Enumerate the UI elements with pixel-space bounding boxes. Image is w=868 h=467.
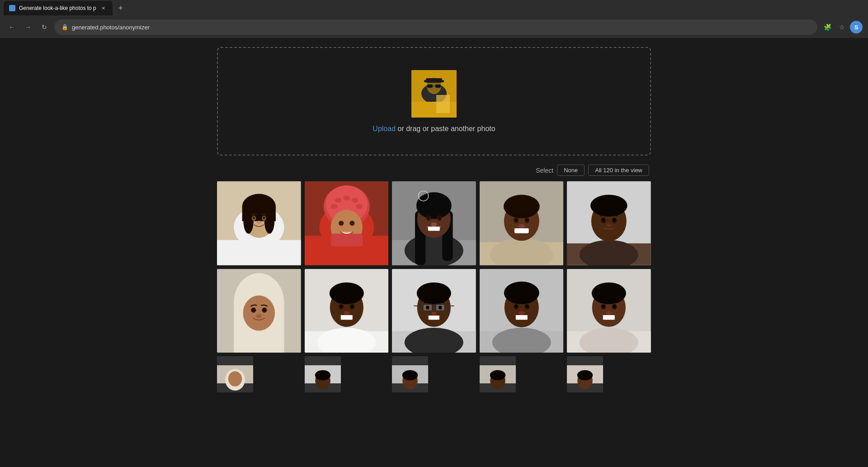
back-button[interactable]: ← xyxy=(5,21,18,33)
svg-point-58 xyxy=(514,218,518,222)
upload-zone[interactable]: Upload or drag or paste another photo xyxy=(217,47,651,156)
photo-item[interactable] xyxy=(217,181,301,265)
lock-icon: 🔒 xyxy=(61,24,68,30)
svg-point-30 xyxy=(352,198,359,203)
svg-point-66 xyxy=(590,195,627,217)
svg-point-110 xyxy=(504,281,539,304)
svg-point-136 xyxy=(402,370,418,380)
svg-point-124 xyxy=(602,304,605,307)
select-all-button[interactable]: All 120 in the view xyxy=(588,165,649,176)
gallery-controls: Select None All 120 in the view xyxy=(217,165,651,176)
svg-point-125 xyxy=(613,304,616,307)
svg-point-16 xyxy=(243,208,253,234)
svg-point-35 xyxy=(349,221,354,226)
svg-rect-4 xyxy=(424,80,444,82)
svg-point-102 xyxy=(426,306,429,309)
svg-rect-9 xyxy=(436,95,450,113)
svg-point-20 xyxy=(253,216,255,219)
svg-point-46 xyxy=(427,216,430,219)
svg-rect-104 xyxy=(429,316,439,320)
svg-point-70 xyxy=(613,218,616,222)
svg-point-22 xyxy=(256,221,261,224)
upload-link[interactable]: Upload xyxy=(373,125,396,132)
photo-item[interactable] xyxy=(480,181,564,265)
address-bar-row: ← → ↻ 🔒 generated.photos/anonymizer 🧩 ☆ … xyxy=(0,16,868,38)
upload-text: Upload or drag or paste another photo xyxy=(373,125,495,133)
photo-item[interactable] xyxy=(392,181,476,265)
svg-point-78 xyxy=(252,308,255,311)
svg-point-17 xyxy=(264,208,274,234)
svg-point-49 xyxy=(431,222,437,226)
photo-item[interactable] xyxy=(567,181,651,265)
upload-description: or drag or paste another photo xyxy=(396,125,495,132)
svg-point-31 xyxy=(330,204,337,209)
svg-point-71 xyxy=(606,224,612,227)
photo-item[interactable] xyxy=(305,269,389,353)
photo-item[interactable] xyxy=(480,356,516,392)
svg-point-96 xyxy=(417,282,451,304)
svg-point-28 xyxy=(335,198,341,203)
svg-point-43 xyxy=(416,192,452,219)
svg-rect-5 xyxy=(427,85,433,88)
svg-rect-6 xyxy=(435,85,441,88)
svg-point-130 xyxy=(228,371,242,387)
forward-button[interactable]: → xyxy=(22,21,34,33)
tab-title: Generate look-a-like photos to p xyxy=(19,5,96,11)
svg-point-21 xyxy=(263,216,265,219)
profile-button[interactable]: S xyxy=(850,21,863,33)
svg-point-61 xyxy=(518,224,525,228)
extensions-button[interactable]: 🧩 xyxy=(821,21,834,33)
svg-point-75 xyxy=(243,295,275,330)
photo-item[interactable] xyxy=(567,356,603,392)
toolbar-icons: 🧩 ☆ S xyxy=(821,21,863,33)
svg-point-88 xyxy=(340,304,342,307)
svg-point-114 xyxy=(525,304,528,307)
svg-point-113 xyxy=(514,304,517,307)
svg-rect-115 xyxy=(516,315,528,320)
svg-point-47 xyxy=(438,216,441,219)
svg-point-133 xyxy=(315,370,330,380)
svg-point-105 xyxy=(431,311,437,315)
new-tab-button[interactable]: + xyxy=(114,2,127,14)
svg-rect-60 xyxy=(514,228,529,233)
svg-point-29 xyxy=(343,196,350,201)
svg-point-69 xyxy=(602,218,605,222)
uploaded-photo xyxy=(411,70,457,118)
svg-rect-36 xyxy=(330,234,363,246)
svg-point-55 xyxy=(504,195,540,218)
svg-point-103 xyxy=(439,306,442,309)
photo-item[interactable] xyxy=(305,356,341,392)
photo-item[interactable] xyxy=(305,181,389,265)
svg-rect-126 xyxy=(603,315,615,320)
tab-favicon xyxy=(9,5,15,11)
none-button[interactable]: None xyxy=(557,165,585,176)
svg-point-91 xyxy=(344,311,349,315)
profile-avatar[interactable]: S xyxy=(850,21,863,33)
address-bar[interactable]: 🔒 generated.photos/anonymizer xyxy=(54,19,817,35)
photo-item[interactable] xyxy=(392,356,428,392)
active-tab[interactable]: Generate look-a-like photos to p ✕ xyxy=(4,1,113,15)
photo-item[interactable] xyxy=(567,269,651,353)
select-label: Select xyxy=(536,167,553,174)
photo-item[interactable] xyxy=(480,269,564,353)
main-container: Upload or drag or paste another photo Se… xyxy=(208,47,660,392)
url-text: generated.photos/anonymizer xyxy=(72,24,810,31)
photo-item[interactable] xyxy=(217,356,253,392)
photo-item[interactable] xyxy=(392,269,476,353)
svg-point-116 xyxy=(519,311,524,315)
svg-point-85 xyxy=(329,282,363,304)
photo-grid xyxy=(217,181,651,392)
bookmark-button[interactable]: ☆ xyxy=(835,21,848,33)
svg-point-89 xyxy=(350,304,353,307)
tab-close-button[interactable]: ✕ xyxy=(100,5,107,12)
svg-rect-90 xyxy=(340,315,352,320)
svg-point-121 xyxy=(592,282,626,304)
tab-bar: Generate look-a-like photos to p ✕ + xyxy=(0,0,868,16)
refresh-button[interactable]: ↻ xyxy=(38,21,51,33)
svg-point-79 xyxy=(263,308,266,311)
svg-point-59 xyxy=(525,218,528,222)
svg-point-32 xyxy=(356,204,363,209)
photo-item[interactable] xyxy=(217,269,301,353)
svg-point-142 xyxy=(577,370,593,380)
svg-point-80 xyxy=(256,314,262,317)
